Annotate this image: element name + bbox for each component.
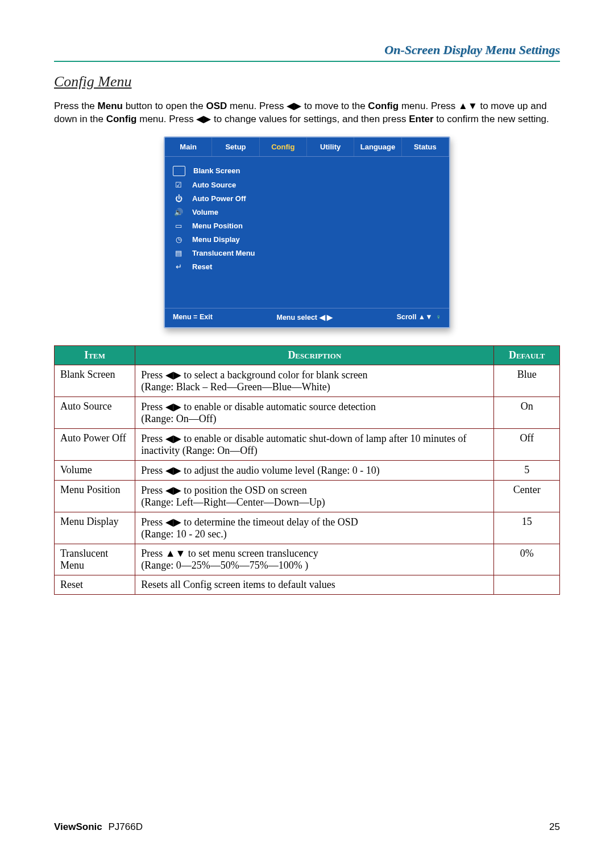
footer-brand-model: PJ766D xyxy=(105,821,142,832)
cell-default: Blue xyxy=(494,365,560,397)
osd-tab-setup[interactable]: Setup xyxy=(212,137,259,156)
footer-brand-name: ViewSonic xyxy=(54,821,102,832)
footer-brand: ViewSonic PJ766D xyxy=(54,821,143,833)
cell-item: Translucent Menu xyxy=(55,544,135,575)
th-description: Description xyxy=(135,345,494,365)
osd-item-blank-screen[interactable]: Blank Screen xyxy=(173,164,449,178)
table-row: Blank ScreenPress ◀▶ to select a backgro… xyxy=(55,365,560,397)
cell-default: Center xyxy=(494,480,560,512)
osd-item-label: Translucent Menu xyxy=(192,249,255,257)
osd-item-label: Auto Power Off xyxy=(192,194,246,203)
page-number: 25 xyxy=(549,821,560,833)
osd-footer: Menu = Exit Menu select ◀ ▶ Scroll ▲▼ ♀ xyxy=(165,308,449,327)
cell-description: Press ◀▶ to select a background color fo… xyxy=(135,365,494,397)
cell-default: Off xyxy=(494,428,560,460)
signal-icon: ☑ xyxy=(173,181,184,190)
return-icon: ↵ xyxy=(173,262,184,272)
osd-item-label: Menu Position xyxy=(192,222,243,230)
osd-item-label: Blank Screen xyxy=(193,166,240,175)
header-rule xyxy=(54,61,560,62)
osd-item-auto-power-off[interactable]: ⏻Auto Power Off xyxy=(173,192,449,206)
table-row: Translucent MenuPress ▲▼ to set menu scr… xyxy=(55,544,560,575)
cell-item: Volume xyxy=(55,460,135,480)
table-row: Auto SourcePress ◀▶ to enable or disable… xyxy=(55,397,560,428)
osd-item-reset[interactable]: ↵Reset xyxy=(173,260,449,274)
cell-default: On xyxy=(494,397,560,428)
osd-tab-config[interactable]: Config xyxy=(260,137,307,156)
osd-tab-utility[interactable]: Utility xyxy=(307,137,354,156)
intro-paragraph: Press the Menu button to open the OSD me… xyxy=(54,100,560,126)
table-row: Menu DisplayPress ◀▶ to determine the ti… xyxy=(55,512,560,544)
cell-description: Press ◀▶ to position the OSD on screen(R… xyxy=(135,480,494,512)
cell-item: Reset xyxy=(55,575,135,594)
page-footer: ViewSonic PJ766D 25 xyxy=(54,821,560,833)
osd-footer-center: Menu select ◀ ▶ xyxy=(276,313,333,322)
osd-item-menu-position[interactable]: ▭Menu Position xyxy=(173,219,449,233)
cell-item: Auto Power Off xyxy=(55,428,135,460)
cell-item: Menu Position xyxy=(55,480,135,512)
osd-item-menu-display[interactable]: ◷Menu Display xyxy=(173,233,449,247)
table-row: VolumePress ◀▶ to adjust the audio volum… xyxy=(55,460,560,480)
cell-description: Press ◀▶ to enable or disable automatic … xyxy=(135,428,494,460)
cell-default xyxy=(494,575,560,594)
osd-footer-right: Scroll ▲▼ ♀ xyxy=(397,313,441,322)
speaker-icon: 🔊 xyxy=(173,208,184,217)
osd-item-translucent-menu[interactable]: ▤Translucent Menu xyxy=(173,247,449,260)
osd-item-label: Menu Display xyxy=(192,235,240,244)
th-item: Item xyxy=(55,345,135,365)
config-table: Item Description Default Blank ScreenPre… xyxy=(54,345,560,595)
osd-panel: MainSetupConfigUtilityLanguageStatus Bla… xyxy=(164,136,450,328)
section-heading: Config Menu xyxy=(54,73,560,90)
osd-tab-status[interactable]: Status xyxy=(402,137,449,156)
th-default: Default xyxy=(494,345,560,365)
cell-item: Menu Display xyxy=(55,512,135,544)
table-header-row: Item Description Default xyxy=(55,345,560,365)
cell-default: 15 xyxy=(494,512,560,544)
clock-icon: ◷ xyxy=(173,235,184,244)
cell-default: 5 xyxy=(494,460,560,480)
layers-icon: ▤ xyxy=(173,249,184,258)
cell-description: Press ◀▶ to enable or disable automatic … xyxy=(135,397,494,428)
page: On-Screen Display Menu Settings Config M… xyxy=(0,0,614,868)
cell-description: Press ◀▶ to determine the timeout delay … xyxy=(135,512,494,544)
rect-icon xyxy=(173,166,185,176)
table-row: ResetResets all Config screen items to d… xyxy=(55,575,560,594)
position-icon: ▭ xyxy=(173,222,184,231)
osd-tab-language[interactable]: Language xyxy=(354,137,401,156)
cell-item: Blank Screen xyxy=(55,365,135,397)
osd-body: Blank Screen☑Auto Source⏻Auto Power Off🔊… xyxy=(165,157,449,308)
cell-default: 0% xyxy=(494,544,560,575)
osd-item-label: Volume xyxy=(192,208,218,216)
cell-description: Resets all Config screen items to defaul… xyxy=(135,575,494,594)
cell-description: Press ▲▼ to set menu screen translucency… xyxy=(135,544,494,575)
osd-tab-main[interactable]: Main xyxy=(165,137,212,156)
table-row: Auto Power OffPress ◀▶ to enable or disa… xyxy=(55,428,560,460)
cell-description: Press ◀▶ to adjust the audio volume leve… xyxy=(135,460,494,480)
osd-footer-right-text: Scroll ▲▼ xyxy=(397,313,433,321)
osd-item-volume[interactable]: 🔊Volume xyxy=(173,206,449,219)
osd-footer-left: Menu = Exit xyxy=(173,313,213,322)
cell-item: Auto Source xyxy=(55,397,135,428)
bulb-icon: ♀ xyxy=(436,313,441,321)
table-row: Menu PositionPress ◀▶ to position the OS… xyxy=(55,480,560,512)
osd-item-label: Auto Source xyxy=(192,181,236,189)
header-title: On-Screen Display Menu Settings xyxy=(54,43,560,60)
timer-icon: ⏻ xyxy=(173,194,184,203)
osd-item-label: Reset xyxy=(192,262,212,271)
osd-item-auto-source[interactable]: ☑Auto Source xyxy=(173,178,449,192)
osd-tabs: MainSetupConfigUtilityLanguageStatus xyxy=(165,137,449,157)
